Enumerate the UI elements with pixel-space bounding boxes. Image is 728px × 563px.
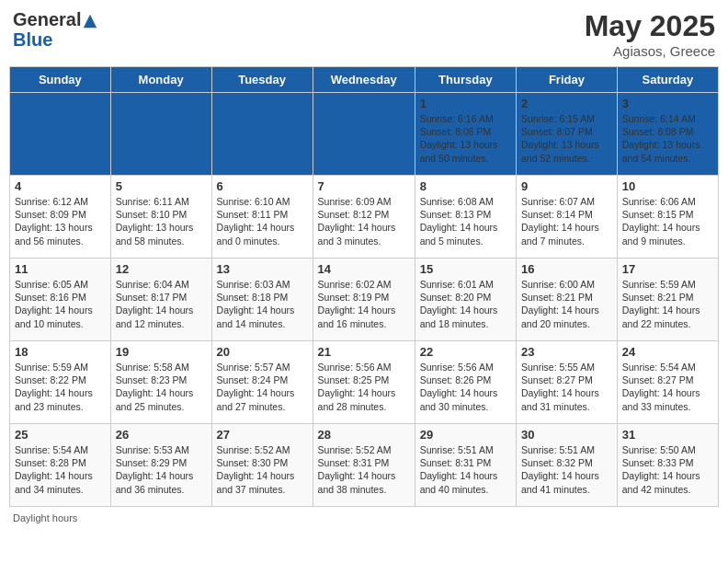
cell-info: Sunrise: 5:56 AM Sunset: 8:25 PM Dayligh… [318,361,410,413]
day-number: 19 [116,345,207,359]
calendar-cell: 11Sunrise: 6:05 AM Sunset: 8:16 PM Dayli… [10,259,111,341]
cell-info: Sunrise: 5:51 AM Sunset: 8:31 PM Dayligh… [420,443,511,496]
day-number: 8 [420,179,511,193]
logo: General Blue [13,9,98,50]
cell-info: Sunrise: 6:11 AM Sunset: 8:10 PM Dayligh… [116,195,207,247]
cell-info: Sunrise: 6:09 AM Sunset: 8:12 PM Dayligh… [318,195,410,247]
day-number: 15 [420,262,511,276]
calendar-cell [10,93,111,176]
day-number: 21 [318,345,410,359]
day-number: 11 [15,262,106,276]
day-header-friday: Friday [517,67,618,93]
cell-info: Sunrise: 5:53 AM Sunset: 8:29 PM Dayligh… [116,443,207,496]
day-number: 28 [318,428,410,442]
calendar-week-5: 25Sunrise: 5:54 AM Sunset: 8:28 PM Dayli… [10,424,719,507]
calendar-table: SundayMondayTuesdayWednesdayThursdayFrid… [9,66,719,507]
calendar-cell: 30Sunrise: 5:51 AM Sunset: 8:32 PM Dayli… [517,424,618,507]
calendar-cell: 29Sunrise: 5:51 AM Sunset: 8:31 PM Dayli… [415,424,516,507]
calendar-cell: 15Sunrise: 6:01 AM Sunset: 8:20 PM Dayli… [415,259,516,341]
calendar-cell: 6Sunrise: 6:10 AM Sunset: 8:11 PM Daylig… [211,176,313,259]
day-header-sunday: Sunday [10,67,111,93]
calendar-cell: 25Sunrise: 5:54 AM Sunset: 8:28 PM Dayli… [10,424,111,507]
day-number: 27 [217,428,308,442]
logo-general: General [13,9,81,29]
calendar-cell: 18Sunrise: 5:59 AM Sunset: 8:22 PM Dayli… [10,341,111,424]
calendar-cell: 12Sunrise: 6:04 AM Sunset: 8:17 PM Dayli… [110,259,211,341]
calendar-week-2: 4Sunrise: 6:12 AM Sunset: 8:09 PM Daylig… [10,176,719,259]
day-number: 3 [622,97,713,110]
cell-info: Sunrise: 5:54 AM Sunset: 8:27 PM Dayligh… [622,361,713,413]
cell-info: Sunrise: 6:06 AM Sunset: 8:15 PM Dayligh… [622,195,713,247]
calendar-cell: 3Sunrise: 6:14 AM Sunset: 8:08 PM Daylig… [617,93,718,176]
day-number: 7 [318,179,410,193]
svg-marker-0 [84,15,97,28]
day-number: 5 [116,179,207,193]
day-number: 16 [521,262,612,276]
cell-info: Sunrise: 6:02 AM Sunset: 8:19 PM Dayligh… [318,278,410,330]
day-header-monday: Monday [110,67,211,93]
page-header: General Blue May 2025 Agiasos, Greece [9,9,719,59]
day-number: 29 [420,428,511,442]
logo-icon [82,13,98,29]
cell-info: Sunrise: 6:10 AM Sunset: 8:11 PM Dayligh… [217,195,308,247]
day-header-thursday: Thursday [415,67,516,93]
cell-info: Sunrise: 5:52 AM Sunset: 8:31 PM Dayligh… [318,443,410,496]
cell-info: Sunrise: 6:00 AM Sunset: 8:21 PM Dayligh… [521,278,612,330]
calendar-cell: 28Sunrise: 5:52 AM Sunset: 8:31 PM Dayli… [313,424,415,507]
cell-info: Sunrise: 5:51 AM Sunset: 8:32 PM Dayligh… [521,443,612,496]
day-header-wednesday: Wednesday [313,67,415,93]
calendar-cell [313,93,415,176]
day-number: 4 [15,179,106,193]
day-number: 31 [622,428,713,442]
day-number: 26 [116,428,207,442]
cell-info: Sunrise: 6:03 AM Sunset: 8:18 PM Dayligh… [217,278,308,330]
day-number: 22 [420,345,511,359]
cell-info: Sunrise: 6:14 AM Sunset: 8:08 PM Dayligh… [622,112,713,165]
calendar-cell [211,93,313,176]
title-block: May 2025 Agiasos, Greece [585,9,715,59]
day-number: 13 [217,262,308,276]
cell-info: Sunrise: 6:08 AM Sunset: 8:13 PM Dayligh… [420,195,511,247]
day-number: 9 [521,179,612,193]
calendar-cell: 7Sunrise: 6:09 AM Sunset: 8:12 PM Daylig… [313,176,415,259]
calendar-cell: 10Sunrise: 6:06 AM Sunset: 8:15 PM Dayli… [617,176,718,259]
calendar-cell: 16Sunrise: 6:00 AM Sunset: 8:21 PM Dayli… [517,259,618,341]
footer-text: Daylight hours [9,512,719,523]
cell-info: Sunrise: 6:05 AM Sunset: 8:16 PM Dayligh… [15,278,106,330]
day-number: 24 [622,345,713,359]
calendar-cell: 31Sunrise: 5:50 AM Sunset: 8:33 PM Dayli… [617,424,718,507]
day-number: 10 [622,179,713,193]
calendar-cell: 4Sunrise: 6:12 AM Sunset: 8:09 PM Daylig… [10,176,111,259]
cell-info: Sunrise: 6:04 AM Sunset: 8:17 PM Dayligh… [116,278,207,330]
calendar-cell: 19Sunrise: 5:58 AM Sunset: 8:23 PM Dayli… [110,341,211,424]
day-number: 18 [15,345,106,359]
calendar-cell: 23Sunrise: 5:55 AM Sunset: 8:27 PM Dayli… [517,341,618,424]
cell-info: Sunrise: 5:56 AM Sunset: 8:26 PM Dayligh… [420,361,511,413]
cell-info: Sunrise: 5:58 AM Sunset: 8:23 PM Dayligh… [116,361,207,413]
calendar-week-3: 11Sunrise: 6:05 AM Sunset: 8:16 PM Dayli… [10,259,719,341]
calendar-cell: 26Sunrise: 5:53 AM Sunset: 8:29 PM Dayli… [110,424,211,507]
day-number: 20 [217,345,308,359]
cell-info: Sunrise: 6:01 AM Sunset: 8:20 PM Dayligh… [420,278,511,330]
day-number: 23 [521,345,612,359]
calendar-cell: 13Sunrise: 6:03 AM Sunset: 8:18 PM Dayli… [211,259,313,341]
calendar-cell: 22Sunrise: 5:56 AM Sunset: 8:26 PM Dayli… [415,341,516,424]
cell-info: Sunrise: 6:15 AM Sunset: 8:07 PM Dayligh… [521,112,612,165]
calendar-cell: 14Sunrise: 6:02 AM Sunset: 8:19 PM Dayli… [313,259,415,341]
day-number: 2 [521,97,612,110]
day-number: 25 [15,428,106,442]
day-number: 17 [622,262,713,276]
cell-info: Sunrise: 5:52 AM Sunset: 8:30 PM Dayligh… [217,443,308,496]
cell-info: Sunrise: 5:50 AM Sunset: 8:33 PM Dayligh… [622,443,713,496]
cell-info: Sunrise: 5:54 AM Sunset: 8:28 PM Dayligh… [15,443,106,496]
calendar-cell: 20Sunrise: 5:57 AM Sunset: 8:24 PM Dayli… [211,341,313,424]
calendar-cell [110,93,211,176]
calendar-cell: 17Sunrise: 5:59 AM Sunset: 8:21 PM Dayli… [617,259,718,341]
calendar-cell: 5Sunrise: 6:11 AM Sunset: 8:10 PM Daylig… [110,176,211,259]
cell-info: Sunrise: 6:16 AM Sunset: 8:06 PM Dayligh… [420,112,511,165]
location: Agiasos, Greece [585,43,715,59]
cell-info: Sunrise: 5:59 AM Sunset: 8:22 PM Dayligh… [15,361,106,413]
logo-blue: Blue [13,29,98,50]
day-number: 1 [420,97,511,110]
cell-info: Sunrise: 6:07 AM Sunset: 8:14 PM Dayligh… [521,195,612,247]
